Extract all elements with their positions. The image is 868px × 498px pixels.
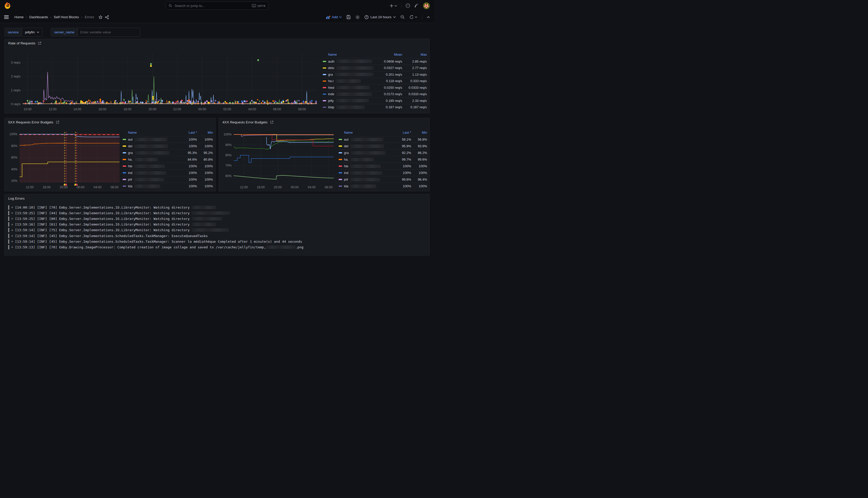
variable-server-name-input[interactable] — [78, 28, 140, 37]
expand-log-icon[interactable]: > — [11, 211, 13, 214]
redacted-series-name — [335, 73, 374, 76]
legend-header-last[interactable]: Last * — [177, 131, 197, 134]
breadcrumb-dashboards[interactable]: Dashboards — [29, 15, 48, 19]
scatter-dot — [294, 101, 295, 102]
legend-series-name[interactable]: lda — [123, 184, 177, 188]
expand-log-icon[interactable]: > — [11, 228, 13, 232]
panel-title[interactable]: Rate of Requests — [8, 41, 41, 45]
legend-series-name[interactable]: ldap — [323, 105, 373, 109]
expand-log-icon[interactable]: > — [11, 234, 13, 237]
legend-header-last[interactable]: Last * — [392, 131, 411, 134]
time-range-picker[interactable]: Last 24 hours — [364, 15, 396, 19]
legend-series-name[interactable]: ha.t — [323, 79, 373, 83]
expand-log-icon[interactable]: > — [11, 223, 13, 226]
zoom-out-time-button[interactable] — [400, 15, 405, 19]
rate-of-requests-chart[interactable]: 0 req/s1 req/s2 req/s3 req/s10:0012:0014… — [7, 50, 326, 114]
save-dashboard-button[interactable] — [346, 15, 351, 19]
series-name-text: aut — [128, 137, 133, 141]
log-row[interactable]: >[14:00:10] [INF] [70] Emby.Server.Imple… — [8, 205, 427, 210]
mega-menu-toggle[interactable] — [4, 15, 9, 19]
collapse-topbar-button[interactable] — [427, 16, 430, 18]
legend-series-name[interactable]: ind — [338, 171, 392, 175]
favorite-button[interactable] — [98, 15, 103, 19]
panel-title[interactable]: 4XX Requests Error Budgets — [223, 120, 273, 124]
rate-legend-table: NameMeanMaxauth0.0608 req/s2.85 req/sdel… — [323, 51, 427, 110]
legend-series-name[interactable]: jell — [123, 178, 177, 181]
star-icon — [98, 15, 103, 19]
log-row[interactable]: >[13:59:14] [INF] [45] Emby.Server.Imple… — [8, 233, 427, 239]
legend-value: 100% — [392, 171, 411, 175]
search-input[interactable] — [174, 4, 250, 8]
legend-header-min[interactable]: Min — [197, 131, 213, 134]
log-row[interactable]: >[13:59:25] [INF] [80] Emby.Server.Imple… — [8, 216, 427, 221]
breadcrumb-errors: Errors — [85, 15, 94, 19]
legend-series-name[interactable]: inde — [323, 92, 373, 96]
legend-series-name[interactable]: ind — [123, 171, 177, 175]
log-row[interactable]: >[13:59:14] [INF] [45] Emby.Server.Imple… — [8, 239, 427, 244]
legend-series-name[interactable]: gra — [323, 73, 373, 77]
series-name-text: jelly — [328, 99, 334, 103]
legend-header-max[interactable]: Max — [402, 53, 427, 56]
user-avatar[interactable] — [423, 2, 430, 9]
legend-header-name[interactable]: Name — [338, 131, 392, 134]
log-row[interactable]: >[13:59:13] [INF] [70] Emby.Drawing.Imag… — [8, 244, 427, 249]
add-panel-button[interactable]: Add — [326, 15, 342, 19]
log-level-bar — [8, 222, 9, 226]
expand-log-icon[interactable]: > — [11, 206, 13, 209]
legend-series-name[interactable]: gra — [338, 151, 392, 155]
legend-series-name[interactable]: lda — [338, 184, 392, 188]
err4xx-chart[interactable]: 60%70%80%90%100%12:0016:0020:0000:0004:0… — [221, 129, 336, 192]
legend-series-name[interactable]: del — [338, 144, 392, 148]
series-color-pill — [123, 172, 126, 173]
legend-series-name[interactable]: auth — [323, 60, 373, 63]
expand-log-icon[interactable]: > — [11, 217, 13, 220]
legend-header-name[interactable]: Name — [323, 53, 373, 56]
err5xx-chart[interactable]: 20%40%60%80%100%12:0016:0020:0000:0004:0… — [7, 129, 122, 192]
legend-series-name[interactable]: ha. — [338, 158, 392, 161]
panel-title[interactable]: Log Errors — [8, 197, 25, 200]
legend-series-name[interactable]: delu — [323, 66, 373, 70]
series-line-auth — [23, 77, 317, 104]
legend-series-name[interactable]: gra — [123, 151, 177, 155]
log-row[interactable]: >[13:59:16] [INF] [61] Emby.Server.Imple… — [8, 222, 427, 227]
legend-series-name[interactable]: jelly — [323, 99, 373, 103]
caret-up-icon — [427, 16, 430, 18]
scatter-dot — [177, 101, 179, 102]
legend-series-name[interactable]: hled — [323, 86, 373, 90]
legend-series-name[interactable]: jell — [338, 178, 392, 181]
global-search[interactable]: ctrl+k — [166, 2, 268, 10]
variable-service-value-dropdown[interactable]: jellyfin — [22, 28, 43, 37]
legend-series-name[interactable]: aut — [123, 137, 177, 141]
refresh-button[interactable] — [409, 15, 417, 19]
legend-series-name[interactable]: ha. — [123, 158, 177, 161]
breadcrumb-home[interactable]: Home — [14, 15, 24, 19]
series-name-text: delu — [328, 66, 334, 70]
legend-value: 99.7% — [392, 158, 411, 161]
legend-series-name[interactable]: hle — [338, 164, 392, 168]
panel-title[interactable]: 5XX Requests Error Budgets — [8, 120, 59, 124]
legend-header-mean[interactable]: Mean — [373, 53, 402, 56]
legend-value: 100% — [197, 164, 213, 168]
expand-log-icon[interactable]: > — [11, 240, 13, 243]
log-row[interactable]: >[13:59:25] [INF] [44] Emby.Server.Imple… — [8, 210, 427, 216]
help-button[interactable]: ? — [405, 3, 410, 8]
news-button[interactable] — [414, 3, 419, 8]
legend-header-min[interactable]: Min — [411, 131, 427, 134]
legend-header-name[interactable]: Name — [123, 131, 177, 134]
y-axis-tick-label: 100% — [224, 133, 232, 136]
legend-row: hle100%100% — [338, 163, 427, 169]
grafana-logo[interactable] — [4, 2, 11, 9]
expand-log-icon[interactable]: > — [11, 246, 13, 249]
scatter-dot — [140, 102, 142, 103]
legend-series-name[interactable]: aut — [338, 137, 392, 141]
legend-series-name[interactable]: hle — [123, 164, 177, 168]
legend-series-name[interactable]: del — [123, 144, 177, 148]
dashboard-settings-button[interactable] — [355, 15, 360, 19]
redacted-log-text — [191, 211, 230, 215]
new-button[interactable] — [390, 4, 397, 8]
avatar-image — [423, 2, 430, 9]
breadcrumb-self-host-blocks[interactable]: Self Host Blocks — [54, 15, 79, 19]
share-button[interactable] — [105, 15, 109, 19]
log-row[interactable]: >[13:59:14] [INF] [75] Emby.Server.Imple… — [8, 227, 427, 233]
redacted-series-name — [336, 92, 372, 96]
